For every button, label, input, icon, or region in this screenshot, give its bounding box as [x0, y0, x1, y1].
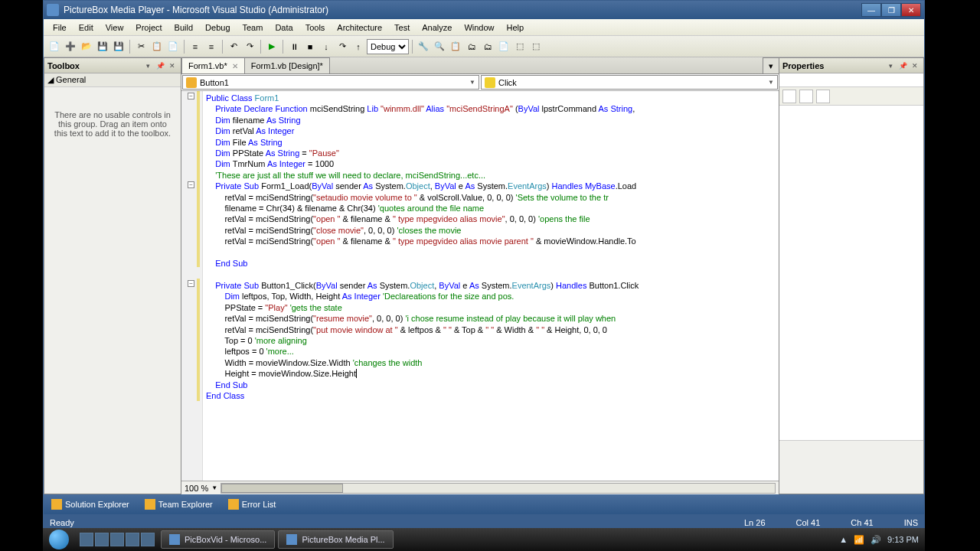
step-over-icon[interactable]: ↷ [335, 39, 350, 54]
h-scrollbar[interactable] [220, 483, 776, 494]
paste-icon[interactable]: 📄 [165, 39, 181, 54]
ql-icon[interactable] [80, 533, 93, 546]
solution-explorer-tab[interactable]: Solution Explorer [47, 497, 134, 512]
volume-icon[interactable]: 🔊 [871, 535, 881, 545]
alphabetical-icon[interactable] [799, 90, 813, 103]
start-page-icon[interactable]: 📄 [496, 39, 511, 54]
menu-test[interactable]: Test [388, 21, 416, 34]
tab-form1-design[interactable]: Form1.vb [Design]* [244, 57, 330, 73]
close-button[interactable]: ✕ [901, 3, 921, 17]
minimize-button[interactable]: ― [861, 3, 881, 17]
menu-analyze[interactable]: Analyze [416, 21, 458, 34]
status-ch: Ch 41 [851, 518, 873, 527]
object-browser-icon[interactable]: 🗂 [464, 39, 479, 54]
pin-icon[interactable]: 📌 [897, 60, 908, 71]
start-icon[interactable]: ▶ [264, 39, 279, 54]
close-panel-icon[interactable]: ✕ [910, 60, 920, 71]
menu-team[interactable]: Team [237, 21, 270, 34]
scrollbar-thumb[interactable] [221, 484, 343, 493]
tab-form1-vb[interactable]: Form1.vb*✕ [181, 57, 245, 73]
copy-icon[interactable]: 📋 [149, 39, 165, 54]
save-icon[interactable]: 💾 [95, 39, 110, 54]
comment-icon[interactable]: ≡ [188, 39, 203, 54]
stop-icon[interactable]: ■ [302, 39, 318, 54]
properties-header[interactable]: Properties ▾ 📌 ✕ [779, 58, 923, 73]
config-select[interactable]: Debug [367, 39, 409, 54]
maximize-button[interactable]: ❐ [881, 3, 901, 17]
code-editor[interactable]: − − − Public Class Form1 Private Declare… [181, 91, 779, 481]
break-icon[interactable]: ⏸ [286, 39, 302, 54]
pin-icon[interactable]: 📌 [155, 60, 165, 71]
event-combo[interactable]: Click▼ [481, 75, 778, 90]
team-icon [145, 499, 155, 510]
add-item-icon[interactable]: ➕ [63, 39, 78, 54]
properties-icon[interactable]: 📋 [448, 39, 463, 54]
toolbar-divider [184, 40, 185, 54]
menu-edit[interactable]: Edit [73, 21, 100, 34]
bottom-tabs: Solution Explorer Team Explorer Error Li… [44, 494, 924, 514]
ql-icon[interactable] [126, 533, 139, 546]
open-icon[interactable]: 📂 [79, 39, 94, 54]
menu-debug[interactable]: Debug [199, 21, 236, 34]
menu-project[interactable]: Project [129, 21, 168, 34]
redo-icon[interactable]: ↷ [242, 39, 257, 54]
toolbox-category[interactable]: ◢ General [44, 73, 181, 87]
taskbar-item[interactable]: PictureBox Media Pl... [278, 530, 393, 549]
toolbar-divider [222, 40, 223, 54]
menu-file[interactable]: File [47, 21, 73, 34]
properties-grid[interactable] [779, 106, 923, 440]
toolbox-icon[interactable]: 🔧 [416, 39, 431, 54]
undo-icon[interactable]: ↶ [226, 39, 241, 54]
step-into-icon[interactable]: ↓ [318, 39, 334, 54]
start-button[interactable] [43, 528, 75, 551]
object-combo[interactable]: Button1▼ [182, 75, 479, 90]
properties-toolbar [779, 87, 923, 106]
new-project-icon[interactable]: 📄 [47, 39, 62, 54]
system-tray[interactable]: ▲ 📶 🔊 9:13 PM [833, 535, 925, 545]
class-view-icon[interactable]: 🗂 [480, 39, 495, 54]
step-out-icon[interactable]: ↑ [351, 39, 366, 54]
zoom-level[interactable]: 100 % [185, 484, 208, 493]
property-pages-icon[interactable] [816, 90, 830, 103]
tabs-dropdown-icon[interactable]: ▾ [763, 57, 779, 73]
vs-window: PictureBox Media Player - Microsoft Visu… [43, 0, 925, 532]
dropdown-icon[interactable]: ▾ [142, 60, 153, 71]
cut-icon[interactable]: ✂ [133, 39, 149, 54]
error-list-tab[interactable]: Error List [224, 497, 281, 512]
ext2-icon[interactable]: ⬚ [528, 39, 544, 54]
chevron-down-icon[interactable]: ▼ [211, 484, 217, 491]
menu-build[interactable]: Build [168, 21, 199, 34]
menu-view[interactable]: View [100, 21, 130, 34]
close-tab-icon[interactable]: ✕ [232, 62, 238, 70]
menu-data[interactable]: Data [269, 21, 299, 34]
titlebar[interactable]: PictureBox Media Player - Microsoft Visu… [44, 1, 924, 19]
fold-icon[interactable]: − [188, 280, 194, 287]
save-all-icon[interactable]: 💾 [111, 39, 126, 54]
clock[interactable]: 9:13 PM [887, 535, 919, 544]
menu-tools[interactable]: Tools [299, 21, 332, 34]
fold-icon[interactable]: − [188, 181, 194, 188]
menu-help[interactable]: Help [501, 21, 531, 34]
taskbar-item[interactable]: PicBoxVid - Microso... [161, 530, 275, 549]
tray-icon[interactable]: ▲ [839, 535, 848, 544]
chevron-down-icon: ▼ [469, 79, 475, 86]
dropdown-icon[interactable]: ▾ [885, 60, 896, 71]
ql-icon[interactable] [110, 533, 124, 546]
properties-object-select[interactable] [779, 73, 923, 87]
uncomment-icon[interactable]: ≡ [204, 39, 219, 54]
quick-launch [75, 533, 159, 546]
code-content[interactable]: Public Class Form1 Private Declare Funct… [203, 91, 779, 481]
ql-icon[interactable] [95, 533, 109, 546]
ext-icon[interactable]: ⬚ [512, 39, 528, 54]
close-panel-icon[interactable]: ✕ [167, 60, 178, 71]
menu-architecture[interactable]: Architecture [331, 21, 388, 34]
menu-window[interactable]: Window [458, 21, 500, 34]
toolbox-header[interactable]: Toolbox ▾ 📌 ✕ [44, 58, 181, 73]
window-title: PictureBox Media Player - Microsoft Visu… [64, 5, 861, 15]
categorized-icon[interactable] [782, 90, 796, 103]
ql-icon[interactable] [141, 533, 155, 546]
fold-icon[interactable]: − [188, 93, 194, 99]
team-explorer-tab[interactable]: Team Explorer [140, 497, 217, 512]
network-icon[interactable]: 📶 [854, 535, 864, 545]
find-icon[interactable]: 🔍 [432, 39, 447, 54]
